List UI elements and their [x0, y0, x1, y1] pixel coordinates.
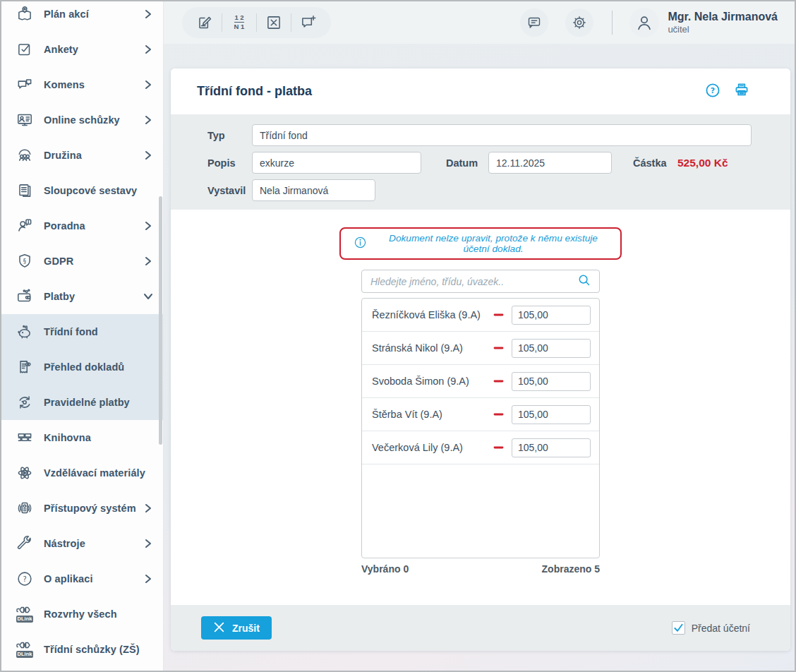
sidebar-item-label: Přehled dokladů	[44, 361, 153, 373]
sidebar-item-sloupcove-sestavy[interactable]: Sloupcové sestavy	[1, 173, 163, 208]
popis-input[interactable]	[252, 152, 421, 174]
sidebar-scrollbar[interactable]	[159, 196, 162, 445]
page-title: Třídní fond - platba	[197, 84, 704, 99]
panel-content: Dokument nelze upravit, protože k němu e…	[171, 210, 790, 605]
intercom-icon	[12, 499, 37, 517]
search-box	[361, 270, 600, 293]
payment-form: Typ Popis Datum Částka 525,00 Kč Vystavi…	[171, 114, 790, 210]
student-name: Řezníčková Eliška (9.A)	[372, 309, 493, 320]
user-name: Mgr. Nela Jirmanová	[668, 11, 778, 23]
settings-button[interactable]	[565, 8, 593, 37]
sidebar-nav: Plán akcí Ankety Komens Online schůzky	[1, 1, 163, 667]
search-icon[interactable]	[577, 272, 592, 291]
sidebar-item-druzina[interactable]: Družina	[1, 138, 163, 173]
remove-icon[interactable]	[493, 412, 505, 416]
sidebar-item-tridni-fond[interactable]: Třídní fond	[1, 314, 163, 349]
sidebar-item-tridni-schuzky[interactable]: DLink Třídní schůzky (ZŠ)	[1, 632, 163, 667]
sidebar-item-nastroje[interactable]: Nástroje	[1, 526, 163, 561]
document-lines-icon	[12, 181, 37, 200]
sidebar-item-label: Nástroje	[44, 538, 143, 549]
chevron-right-icon	[143, 221, 153, 231]
vystavil-label: Vystavil	[207, 185, 252, 196]
chat-bubbles-icon	[12, 76, 37, 94]
form-row-vystavil: Vystavil	[207, 179, 752, 201]
topbar: 1 2 N 1 Mgr. Nela Jirmanová učitel	[164, 1, 796, 44]
sidebar-item-o-aplikaci[interactable]: ? O aplikaci	[1, 561, 163, 596]
sidebar-item-komens[interactable]: Komens	[1, 67, 163, 102]
handover-checkbox-wrap[interactable]: Předat účetní	[672, 621, 750, 635]
dlink-badge: DLink	[16, 651, 34, 658]
chevron-right-icon	[143, 256, 153, 266]
atom-play-icon	[12, 464, 37, 482]
sidebar-item-label: GDPR	[44, 256, 143, 267]
sidebar-item-poradna[interactable]: Poradna	[1, 208, 163, 244]
handover-checkbox[interactable]	[672, 621, 685, 635]
sidebar-item-pravidelne-platby[interactable]: Pravidelné platby	[1, 385, 163, 420]
student-amount-input[interactable]	[512, 438, 591, 457]
svg-text:§: §	[23, 258, 26, 265]
remove-icon[interactable]	[493, 379, 505, 383]
quick-actions-toolbar: 1 2 N 1	[182, 7, 331, 38]
wallet-icon	[12, 287, 37, 306]
sidebar-item-platby[interactable]: Platby	[1, 279, 163, 314]
chevron-right-icon	[143, 115, 153, 125]
sidebar-item-label: O aplikaci	[44, 573, 143, 584]
student-row[interactable]: Stránská Nikol (9.A)	[362, 332, 599, 365]
sidebar-item-vzdelavaci-materialy[interactable]: Vzdělávací materiály	[1, 455, 163, 491]
sidebar-item-online-schuzky[interactable]: Online schůzky	[1, 102, 163, 138]
student-amount-input[interactable]	[512, 339, 591, 358]
user-info[interactable]: Mgr. Nela Jirmanová učitel	[668, 11, 778, 35]
sidebar-item-knihovna[interactable]: Knihovna	[1, 420, 163, 455]
student-name: Štěrba Vít (9.A)	[372, 409, 493, 420]
new-message-button[interactable]	[291, 7, 325, 38]
messages-button[interactable]	[520, 8, 548, 37]
dlink-plug-icon: DLink	[12, 641, 37, 658]
sidebar-item-plan-akci[interactable]: Plán akcí	[1, 1, 163, 32]
wrench-icon	[12, 534, 37, 553]
absence-button[interactable]	[257, 7, 291, 38]
receipt-eye-icon	[12, 358, 37, 376]
sidebar-item-ankety[interactable]: Ankety	[1, 32, 163, 67]
student-name: Svoboda Šimon (9.A)	[372, 376, 493, 387]
sidebar-item-rozvrhy-vsech[interactable]: DLink Rozvrhy všech	[1, 596, 163, 632]
user-role: učitel	[668, 24, 778, 35]
student-row[interactable]: Štěrba Vít (9.A)	[362, 398, 599, 431]
dlink-plug-icon: DLink	[12, 606, 37, 623]
user-avatar[interactable]	[629, 8, 659, 37]
dlink-badge: DLink	[16, 616, 34, 623]
checkbox-check-icon	[12, 40, 37, 59]
remove-icon[interactable]	[493, 313, 505, 317]
person-info-icon	[12, 217, 37, 235]
student-amount-input[interactable]	[512, 405, 591, 424]
form-row-popis: Popis Datum Částka 525,00 Kč	[207, 152, 752, 174]
popis-label: Popis	[207, 157, 252, 169]
typ-input[interactable]	[252, 124, 752, 146]
search-input[interactable]	[370, 276, 577, 287]
student-amount-input[interactable]	[512, 306, 591, 325]
student-row[interactable]: Večerková Lily (9.A)	[362, 431, 599, 464]
datum-label: Datum	[446, 157, 488, 169]
remove-icon[interactable]	[493, 445, 505, 450]
cancel-button[interactable]: Zrušit	[201, 616, 272, 640]
payment-panel: Třídní fond - platba ? Typ Popis Datum Č…	[171, 68, 790, 651]
chevron-right-icon	[143, 80, 153, 90]
help-icon[interactable]: ?	[704, 82, 721, 102]
students-section: Řezníčková Eliška (9.A) Stránská Nikol (…	[361, 270, 600, 575]
datum-input[interactable]	[488, 152, 612, 174]
student-amount-input[interactable]	[512, 372, 591, 391]
student-row[interactable]: Svoboda Šimon (9.A)	[362, 365, 599, 398]
sidebar-item-label: Platby	[44, 291, 143, 302]
bricks-icon	[12, 428, 37, 447]
remove-icon[interactable]	[493, 346, 505, 350]
sidebar-item-gdpr[interactable]: § GDPR	[1, 244, 163, 279]
app-window: Plán akcí Ankety Komens Online schůzky	[1, 1, 795, 671]
print-icon[interactable]	[732, 81, 751, 102]
sidebar-item-prehled-dokladu[interactable]: Přehled dokladů	[1, 349, 163, 385]
sidebar-item-label: Přístupový systém	[44, 503, 143, 514]
vystavil-input[interactable]	[252, 179, 375, 201]
sidebar-item-pristupovy-system[interactable]: Přístupový systém	[1, 491, 163, 526]
chevron-right-icon	[143, 539, 153, 548]
class-book-edit-button[interactable]	[188, 7, 222, 38]
grades-button[interactable]: 1 2 N 1	[222, 7, 256, 38]
student-row[interactable]: Řezníčková Eliška (9.A)	[362, 299, 599, 332]
